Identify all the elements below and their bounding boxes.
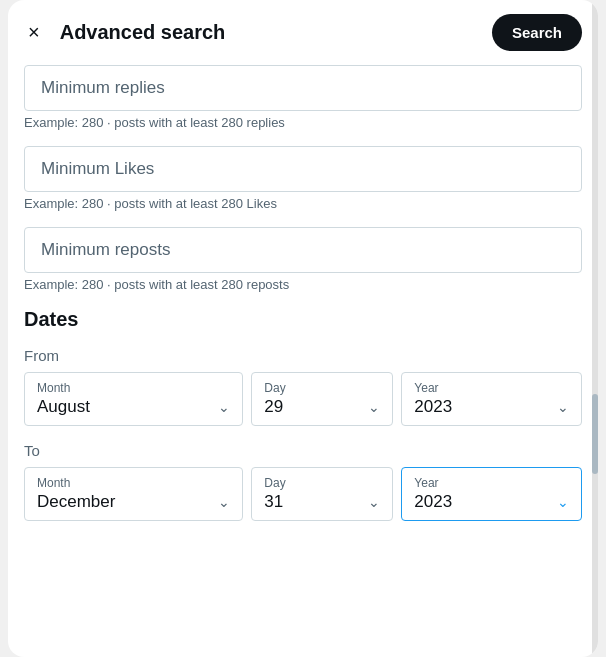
to-year-chevron-icon: ⌄ — [557, 494, 569, 510]
minimum-reposts-hint: Example: 280 · posts with at least 280 r… — [24, 277, 582, 292]
dates-section-title: Dates — [24, 308, 582, 331]
minimum-replies-group: Example: 280 · posts with at least 280 r… — [24, 65, 582, 130]
from-year-dropdown[interactable]: Year 2023 ⌄ — [401, 372, 582, 426]
from-day-value: 29 — [264, 397, 283, 417]
to-day-chevron-icon: ⌄ — [368, 494, 380, 510]
from-day-dropdown[interactable]: Day 29 ⌄ — [251, 372, 393, 426]
from-month-chevron-icon: ⌄ — [218, 399, 230, 415]
from-month-dropdown[interactable]: Month August ⌄ — [24, 372, 243, 426]
to-day-value: 31 — [264, 492, 283, 512]
to-month-label: Month — [37, 476, 230, 490]
to-year-label: Year — [414, 476, 569, 490]
to-month-value: December — [37, 492, 115, 512]
modal-content: Example: 280 · posts with at least 280 r… — [8, 65, 598, 521]
from-day-label: Day — [264, 381, 380, 395]
scrollbar[interactable] — [592, 0, 598, 657]
to-year-value: 2023 — [414, 492, 452, 512]
minimum-likes-hint: Example: 280 · posts with at least 280 L… — [24, 196, 582, 211]
from-year-chevron-icon: ⌄ — [557, 399, 569, 415]
minimum-likes-group: Example: 280 · posts with at least 280 L… — [24, 146, 582, 211]
to-label: To — [24, 442, 582, 459]
to-day-dropdown[interactable]: Day 31 ⌄ — [251, 467, 393, 521]
from-year-label: Year — [414, 381, 569, 395]
from-month-value: August — [37, 397, 90, 417]
modal-title: Advanced search — [60, 21, 226, 44]
to-day-row: 31 ⌄ — [264, 492, 380, 512]
from-month-label: Month — [37, 381, 230, 395]
from-date-row: Month August ⌄ Day 29 ⌄ Year 2023 ⌄ — [24, 372, 582, 426]
minimum-replies-input[interactable] — [24, 65, 582, 111]
to-day-label: Day — [264, 476, 380, 490]
to-month-chevron-icon: ⌄ — [218, 494, 230, 510]
search-button[interactable]: Search — [492, 14, 582, 51]
from-month-row: August ⌄ — [37, 397, 230, 417]
to-month-row: December ⌄ — [37, 492, 230, 512]
minimum-reposts-group: Example: 280 · posts with at least 280 r… — [24, 227, 582, 292]
from-year-row: 2023 ⌄ — [414, 397, 569, 417]
close-button[interactable]: × — [24, 17, 44, 48]
to-month-dropdown[interactable]: Month December ⌄ — [24, 467, 243, 521]
header-left: × Advanced search — [24, 17, 225, 48]
modal-header: × Advanced search Search — [8, 0, 598, 65]
minimum-replies-hint: Example: 280 · posts with at least 280 r… — [24, 115, 582, 130]
minimum-reposts-input[interactable] — [24, 227, 582, 273]
scrollbar-thumb — [592, 394, 598, 474]
advanced-search-modal: × Advanced search Search Example: 280 · … — [8, 0, 598, 657]
to-year-dropdown[interactable]: Year 2023 ⌄ — [401, 467, 582, 521]
from-year-value: 2023 — [414, 397, 452, 417]
from-day-row: 29 ⌄ — [264, 397, 380, 417]
from-label: From — [24, 347, 582, 364]
to-year-row: 2023 ⌄ — [414, 492, 569, 512]
minimum-likes-input[interactable] — [24, 146, 582, 192]
to-date-row: Month December ⌄ Day 31 ⌄ Year 2023 ⌄ — [24, 467, 582, 521]
from-day-chevron-icon: ⌄ — [368, 399, 380, 415]
